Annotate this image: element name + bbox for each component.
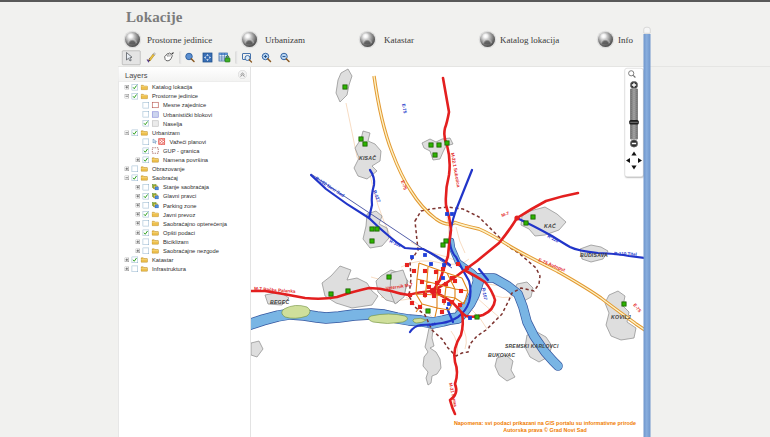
svg-text:E-75: E-75	[401, 103, 408, 114]
svg-text:R-110 Titel: R-110 Titel	[614, 251, 637, 257]
svg-text:M-22.1 Subotica: M-22.1 Subotica	[450, 152, 461, 188]
svg-text:KISAČ: KISAČ	[359, 154, 376, 161]
svg-text:E-75: E-75	[632, 303, 642, 314]
svg-text:M-7: M-7	[501, 211, 510, 218]
svg-text:Napomena: svi podaci prikazani: Napomena: svi podaci prikazani na GIS po…	[454, 420, 636, 426]
svg-text:BUKOVAC: BUKOVAC	[488, 352, 515, 358]
svg-text:KAĆ: KAĆ	[544, 223, 556, 229]
svg-text:R-527: R-527	[372, 190, 381, 204]
svg-text:Autorska prava © Grad Novi Sa: Autorska prava © Grad Novi Sad	[503, 427, 586, 433]
svg-text:BUDISAVA: BUDISAVA	[580, 252, 608, 258]
svg-text:BEGEČ: BEGEČ	[270, 298, 290, 305]
svg-text:KOVILJ: KOVILJ	[611, 314, 631, 320]
svg-text:R-102 Novi Sad: R-102 Novi Sad	[314, 176, 345, 199]
svg-text:SREMSKI KARLOVCI: SREMSKI KARLOVCI	[505, 343, 559, 349]
svg-text:R-107: R-107	[481, 287, 488, 301]
svg-text:R-102: R-102	[389, 238, 403, 248]
svg-text:R-110: R-110	[547, 233, 561, 243]
